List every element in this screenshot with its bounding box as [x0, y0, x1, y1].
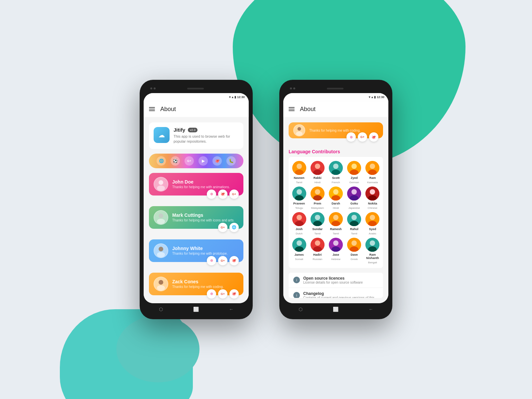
contributor-card-john: John Doe Thanks for helping me with anim… [149, 173, 243, 196]
zack-github[interactable]: 🐙 [229, 289, 239, 299]
avatar-hadiri [311, 238, 325, 252]
scrolled-social-icons: ⊕ G+ 🐙 [346, 132, 378, 142]
svg-point-43 [370, 189, 375, 195]
avatar-ram-nishanth [365, 238, 379, 252]
syed-lang: Arabic [369, 232, 376, 235]
svg-point-67 [333, 240, 338, 246]
play-icon[interactable]: ▶ [199, 156, 208, 166]
back-recent-icon[interactable]: ⬡ [159, 307, 163, 312]
scrolled-desc: Thanks for helping me with coding. [309, 129, 378, 132]
grid-item-zyed: Zyed German [346, 161, 362, 184]
avatar-darsh [329, 187, 343, 200]
scrolled-info: Thanks for helping me with coding. [309, 129, 378, 132]
info-sub-changelog: Contains of current and previous version… [303, 296, 378, 298]
info-text-license: Open source licences License details for… [303, 276, 378, 284]
avatar-rahul [347, 212, 361, 226]
james-name: James [295, 253, 304, 256]
johnny-dribbble[interactable]: ⊕ [207, 256, 216, 265]
svg-point-25 [351, 164, 357, 169]
hamburger-menu[interactable] [149, 107, 155, 111]
praveen-name: Praveen [293, 202, 305, 205]
back-icon[interactable]: ← [229, 307, 234, 312]
john-dribbble[interactable]: ⊕ [207, 190, 216, 199]
svg-point-40 [351, 189, 357, 195]
hadiri-name: Hadiri [313, 253, 322, 256]
phone-2: ▾ ▴ ▮ 12:30 About [279, 80, 392, 319]
phone-2-title: About [300, 106, 316, 113]
avatar-rakki [311, 161, 325, 175]
home-icon-2[interactable]: ⬜ [333, 307, 338, 312]
phone-2-screen: ▾ ▴ ▮ 12:30 About [283, 93, 388, 303]
globe-icon[interactable]: 🌐 [157, 156, 166, 166]
john-github[interactable]: 🐙 [218, 190, 227, 199]
notch-dot-4 [293, 87, 295, 89]
johnny-gplus[interactable]: G+ [218, 256, 227, 265]
scene: ▾ ▴ ▮ 12:30 About ☁ [140, 80, 392, 319]
scrolled-github[interactable]: 🐙 [369, 132, 378, 142]
grid-item-ram-nishanth: Ram Nishanth Bengali [365, 238, 380, 264]
avatar-zyed [347, 161, 361, 175]
phone-1-notch [144, 84, 249, 93]
phone-2-status-bar: ▾ ▴ ▮ 12:30 [283, 93, 388, 101]
john-info: John Doe Thanks for helping me with anim… [172, 179, 239, 189]
signal-icon: ▴ [232, 95, 233, 99]
version-badge: v2.0 [188, 128, 198, 132]
notch-dot-3 [290, 87, 292, 89]
scrolled-contributor-card: Thanks for helping me with coding. ⊕ G+ … [289, 122, 383, 138]
grid-item-naveen: Naveen Tamil [291, 161, 307, 184]
scott-lang: French [332, 181, 340, 184]
zack-gplus[interactable]: G+ [218, 289, 227, 299]
wifi-icon: ▾ [229, 95, 231, 99]
mark-social-icons: G+ 🌐 [218, 223, 239, 232]
phone-2-content: Thanks for helping me with coding. ⊕ G+ … [283, 117, 388, 303]
avatar-praveen [292, 187, 306, 200]
github-icon[interactable]: 🐙 [212, 156, 222, 166]
signal-icon-2: ▴ [371, 95, 373, 99]
svg-point-58 [370, 215, 375, 220]
johnny-name: Johnny White [172, 246, 239, 251]
john-gplus[interactable]: G+ [229, 190, 239, 199]
home-icon[interactable]: ⬜ [193, 307, 199, 312]
avatar-johnny [154, 243, 168, 258]
hamburger-menu-2[interactable] [289, 107, 295, 111]
avatar-prem [311, 187, 325, 200]
johnny-social-icons: ⊕ G+ 🐙 [207, 256, 239, 265]
mark-gplus[interactable]: G+ [218, 223, 227, 232]
dave-lang: Greek [350, 258, 358, 261]
grid-item-james: James Somali [291, 238, 307, 264]
soccer-icon[interactable]: ⚽ [171, 156, 180, 166]
zyed-name: Zyed [351, 176, 358, 180]
john-social-icons: ⊕ 🐙 G+ [207, 190, 239, 199]
back-recent-icon-2[interactable]: ⬡ [299, 307, 303, 312]
svg-point-11 [157, 285, 165, 291]
app-logo: ☁ [154, 127, 170, 143]
avatar-jase [329, 238, 343, 252]
avatar-josh [292, 212, 306, 226]
scrolled-gplus[interactable]: G+ [358, 132, 367, 142]
mark-globe[interactable]: 🌐 [229, 223, 239, 232]
zack-social-icons: ⊕ G+ 🐙 [207, 289, 239, 299]
contributor-card-johnny: Johnny White Thanks for helping me with … [149, 239, 243, 262]
avatar-sundar [311, 212, 325, 226]
zack-dribbble[interactable]: ⊕ [207, 289, 216, 299]
back-icon-2[interactable]: ← [369, 307, 373, 312]
phone-2-bottom-nav: ⬡ ⬜ ← [283, 303, 388, 315]
grid-item-rahul: Rahul Tamil [346, 212, 362, 235]
bug-icon[interactable]: 🐛 [226, 156, 236, 166]
darsh-name: Darsh [332, 202, 340, 205]
gplus-icon[interactable]: G+ [185, 156, 194, 166]
johnny-github[interactable]: 🐙 [229, 256, 239, 265]
zack-desc: Thanks for helping me with coding. [172, 285, 239, 289]
info-item-changelog[interactable]: i Changelog Contains of current and prev… [289, 288, 383, 298]
ram-nishanth-name: Ram Nishanth [365, 253, 380, 260]
scrolled-dribbble[interactable]: ⊕ [346, 132, 356, 142]
info-item-license[interactable]: i Open source licences License details f… [289, 273, 383, 288]
app-name: Jitify [174, 127, 185, 133]
goku-name: Goku [350, 202, 358, 205]
hamburger-line-6 [289, 110, 295, 111]
avatar-naveen [292, 161, 306, 175]
notch-dot-2 [154, 87, 156, 89]
grid-item-scott: Scott French [328, 161, 343, 184]
notch-dot-1 [150, 87, 152, 89]
grid-item-ramesh: Ramesh Tamil [328, 212, 343, 235]
